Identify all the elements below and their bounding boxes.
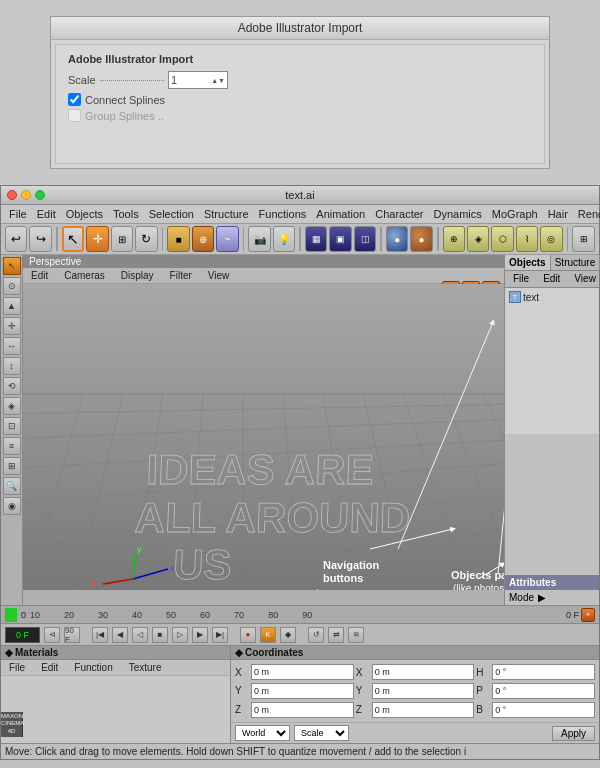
y-size-field[interactable]: 0 m bbox=[372, 683, 475, 699]
lt-btn-7[interactable]: ◈ bbox=[3, 397, 21, 415]
scale-spinner[interactable]: ▲▼ bbox=[211, 77, 225, 84]
rotate-tool-button[interactable]: ↻ bbox=[135, 226, 157, 252]
rp-view[interactable]: View bbox=[570, 272, 600, 286]
lt-btn-5[interactable]: ↕ bbox=[3, 357, 21, 375]
rp-file[interactable]: File bbox=[509, 272, 533, 286]
sweep-button[interactable]: ⌇ bbox=[516, 226, 538, 252]
rp-edit[interactable]: Edit bbox=[539, 272, 564, 286]
render-picture-button[interactable]: ◫ bbox=[354, 226, 376, 252]
menu-functions[interactable]: Functions bbox=[255, 207, 311, 221]
x-pos-field[interactable]: 0 m bbox=[251, 664, 354, 680]
lathe-button[interactable]: ◎ bbox=[540, 226, 562, 252]
vp-display[interactable]: Display bbox=[117, 269, 158, 282]
boole-button[interactable]: ⊕ bbox=[443, 226, 465, 252]
mat-texture[interactable]: Texture bbox=[125, 661, 166, 674]
maximize-button[interactable] bbox=[35, 190, 45, 200]
lt-btn-1[interactable]: ⊙ bbox=[3, 277, 21, 295]
goto-start-btn[interactable]: |◀ bbox=[92, 627, 108, 643]
motion-blur-btn[interactable]: ≋ bbox=[348, 627, 364, 643]
menu-render[interactable]: Render bbox=[574, 207, 600, 221]
world-select[interactable]: World bbox=[235, 725, 290, 741]
stop-btn[interactable]: ■ bbox=[152, 627, 168, 643]
material-sphere-button[interactable]: ● bbox=[386, 226, 408, 252]
current-frame-field[interactable]: 0 F bbox=[5, 627, 40, 643]
bend-button[interactable]: ~ bbox=[216, 226, 238, 252]
b-field[interactable]: 0 ° bbox=[492, 702, 595, 718]
z-size-field[interactable]: 0 m bbox=[372, 702, 475, 718]
lt-select-btn[interactable]: ↖ bbox=[3, 257, 21, 275]
main-viewport[interactable]: Perspective Edit Cameras Display Filter … bbox=[23, 255, 504, 605]
goto-end-btn[interactable]: ▶| bbox=[212, 627, 228, 643]
p-field[interactable]: 0 ° bbox=[492, 683, 595, 699]
vp-view[interactable]: View bbox=[204, 269, 234, 282]
move-tool-button[interactable]: ✛ bbox=[86, 226, 108, 252]
cube-button[interactable]: ■ bbox=[167, 226, 189, 252]
menu-objects[interactable]: Objects bbox=[62, 207, 107, 221]
keyframe-btn[interactable]: ◆ bbox=[280, 627, 296, 643]
connect-splines-checkbox[interactable] bbox=[68, 93, 81, 106]
step-fwd-btn[interactable]: ▶ bbox=[192, 627, 208, 643]
lt-btn-3[interactable]: ✛ bbox=[3, 317, 21, 335]
mat-edit[interactable]: Edit bbox=[37, 661, 62, 674]
menu-character[interactable]: Character bbox=[371, 207, 427, 221]
y-pos-field[interactable]: 0 m bbox=[251, 683, 354, 699]
render-viewport-button[interactable]: ▣ bbox=[329, 226, 351, 252]
select-tool-button[interactable]: ↖ bbox=[62, 226, 85, 252]
camera-button[interactable]: 📷 bbox=[248, 226, 270, 252]
menu-dynamics[interactable]: Dynamics bbox=[430, 207, 486, 221]
lt-btn-4[interactable]: ↔ bbox=[3, 337, 21, 355]
record-btn[interactable]: ● bbox=[240, 627, 256, 643]
step-back-btn[interactable]: ◀ bbox=[112, 627, 128, 643]
auto-key-btn[interactable]: K bbox=[260, 627, 276, 643]
loft-button[interactable]: ◈ bbox=[467, 226, 489, 252]
menu-mograph[interactable]: MoGraph bbox=[488, 207, 542, 221]
menu-hair[interactable]: Hair bbox=[544, 207, 572, 221]
lt-btn-9[interactable]: ≡ bbox=[3, 437, 21, 455]
lt-btn-10[interactable]: ⊞ bbox=[3, 457, 21, 475]
lt-btn-6[interactable]: ⟲ bbox=[3, 377, 21, 395]
menu-tools[interactable]: Tools bbox=[109, 207, 143, 221]
scale-tool-button[interactable]: ⊞ bbox=[111, 226, 133, 252]
connect-button[interactable]: ⊞ bbox=[572, 226, 594, 252]
menu-animation[interactable]: Animation bbox=[312, 207, 369, 221]
vp-edit[interactable]: Edit bbox=[27, 269, 52, 282]
scale-select[interactable]: Scale bbox=[294, 725, 349, 741]
mat-file[interactable]: File bbox=[5, 661, 29, 674]
play-back-btn[interactable]: ◁ bbox=[132, 627, 148, 643]
redo-button[interactable]: ↪ bbox=[29, 226, 51, 252]
close-button[interactable] bbox=[7, 190, 17, 200]
render-region-button[interactable]: ▦ bbox=[305, 226, 327, 252]
light-button[interactable]: 💡 bbox=[273, 226, 295, 252]
x-size-field[interactable]: 0 m bbox=[372, 664, 475, 680]
loop-btn[interactable]: ↺ bbox=[308, 627, 324, 643]
materials-menu: File Edit Function Texture bbox=[1, 660, 230, 676]
null-button[interactable]: ⊕ bbox=[192, 226, 214, 252]
extrude-button[interactable]: ⬡ bbox=[491, 226, 513, 252]
lt-btn-12[interactable]: ◉ bbox=[3, 497, 21, 515]
mat-function[interactable]: Function bbox=[70, 661, 116, 674]
apply-button[interactable]: Apply bbox=[552, 726, 595, 741]
menu-edit[interactable]: Edit bbox=[33, 207, 60, 221]
z-pos-field[interactable]: 0 m bbox=[251, 702, 354, 718]
tab-objects[interactable]: Objects bbox=[505, 255, 551, 270]
vp-cameras[interactable]: Cameras bbox=[60, 269, 109, 282]
timeline-expand-btn[interactable]: + bbox=[581, 608, 595, 622]
group-splines-checkbox[interactable] bbox=[68, 109, 81, 122]
menu-selection[interactable]: Selection bbox=[145, 207, 198, 221]
scale-input[interactable]: 1 ▲▼ bbox=[168, 71, 228, 89]
menu-file[interactable]: File bbox=[5, 207, 31, 221]
texture-tag-button[interactable]: ● bbox=[410, 226, 432, 252]
play-btn[interactable]: ▷ bbox=[172, 627, 188, 643]
ping-pong-btn[interactable]: ⇄ bbox=[328, 627, 344, 643]
vp-filter[interactable]: Filter bbox=[166, 269, 196, 282]
mode-arrow[interactable]: ▶ bbox=[538, 592, 546, 603]
minimize-button[interactable] bbox=[21, 190, 31, 200]
tab-structure[interactable]: Structure bbox=[551, 255, 600, 270]
undo-button[interactable]: ↩ bbox=[5, 226, 27, 252]
h-field[interactable]: 0 ° bbox=[492, 664, 595, 680]
lt-btn-8[interactable]: ⊡ bbox=[3, 417, 21, 435]
frame-step-prev-btn[interactable]: ⊲ bbox=[44, 627, 60, 643]
lt-btn-2[interactable]: ▲ bbox=[3, 297, 21, 315]
menu-structure[interactable]: Structure bbox=[200, 207, 253, 221]
lt-btn-11[interactable]: 🔍 bbox=[3, 477, 21, 495]
